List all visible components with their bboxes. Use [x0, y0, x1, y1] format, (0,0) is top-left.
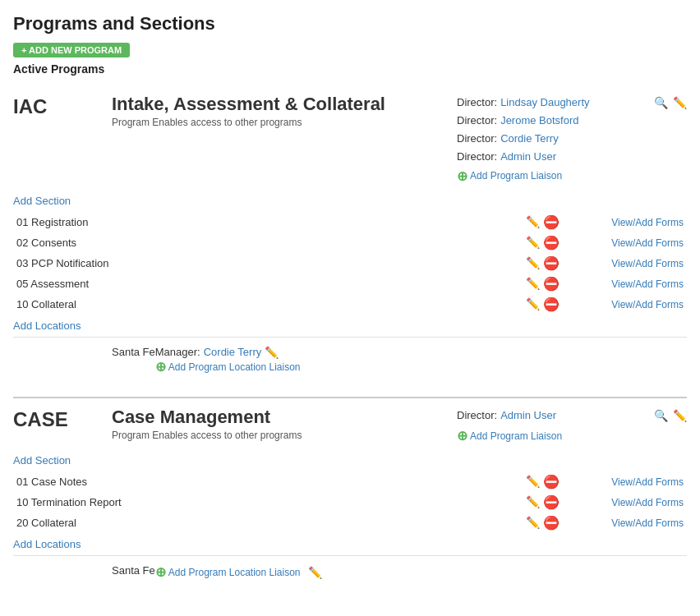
section-name: 10 Termination Report: [13, 492, 523, 513]
table-row: 10 Collateral ✏️ ⛔ View/Add Forms: [13, 294, 687, 315]
view-add-forms-link[interactable]: View/Add Forms: [572, 513, 687, 533]
view-add-forms-anchor[interactable]: View/Add Forms: [611, 237, 684, 249]
edit-section-icon[interactable]: ✏️: [526, 277, 540, 290]
green-plus-icon: ⊕: [457, 430, 467, 443]
director-line: Director: Cordie Terry: [457, 130, 649, 148]
program-directors: Director: Lindsay Daugherty Director: Je…: [457, 94, 687, 185]
director-link[interactable]: Admin User: [500, 407, 556, 425]
section-icons: ✏️ ⛔: [523, 274, 572, 294]
remove-section-icon[interactable]: ⛔: [543, 515, 560, 531]
remove-section-icon[interactable]: ⛔: [543, 474, 560, 490]
program-name: Intake, Assessment & Collateral: [112, 94, 449, 115]
section-icons: ✏️ ⛔: [523, 513, 572, 533]
add-locations-link[interactable]: Add Locations: [13, 538, 81, 550]
remove-section-icon[interactable]: ⛔: [543, 297, 560, 312]
remove-section-icon[interactable]: ⛔: [543, 494, 560, 510]
add-locations-link[interactable]: Add Locations: [13, 319, 81, 332]
remove-section-icon[interactable]: ⛔: [543, 276, 560, 292]
view-add-forms-anchor[interactable]: View/Add Forms: [611, 497, 684, 508]
view-add-forms-link[interactable]: View/Add Forms: [572, 212, 687, 232]
manager-link[interactable]: Cordie Terry: [204, 346, 262, 358]
location-manager-block: ⊕ Add Program Location Liaison ✏️: [155, 564, 687, 579]
search-icon[interactable]: 🔍: [654, 94, 668, 113]
remove-section-icon[interactable]: ⛔: [543, 214, 560, 230]
director-link[interactable]: Lindsay Daugherty: [500, 94, 589, 112]
section-icons: ✏️ ⛔: [523, 294, 572, 315]
view-add-forms-anchor[interactable]: View/Add Forms: [611, 258, 684, 269]
view-add-forms-link[interactable]: View/Add Forms: [572, 492, 687, 513]
edit-section-icon[interactable]: ✏️: [526, 495, 540, 508]
director-line: Director: Admin User: [457, 407, 649, 425]
director-label: Director:: [457, 130, 497, 148]
add-location-liaison-link[interactable]: ⊕ Add Program Location Liaison: [155, 361, 687, 374]
program-name-block: Case Management Program Enables access t…: [112, 407, 449, 441]
director-line: Director: Lindsay Daugherty: [457, 94, 649, 112]
section-icons: ✏️ ⛔: [523, 471, 572, 492]
view-add-forms-anchor[interactable]: View/Add Forms: [611, 217, 684, 228]
edit-section-icon[interactable]: ✏️: [526, 236, 540, 249]
director-label: Director:: [457, 112, 497, 130]
view-add-forms-anchor[interactable]: View/Add Forms: [611, 278, 684, 290]
add-location-liaison-label: Add Program Location Liaison: [168, 361, 301, 373]
green-plus-icon: ⊕: [457, 170, 467, 183]
director-link[interactable]: Admin User: [500, 148, 556, 166]
section-icons: ✏️ ⛔: [523, 253, 572, 274]
edit-section-icon[interactable]: ✏️: [526, 516, 540, 529]
section-name: 02 Consents: [13, 232, 523, 253]
section-icons: ✏️ ⛔: [523, 212, 572, 232]
add-section-link-top[interactable]: Add Section: [13, 454, 71, 467]
program-code: CASE: [13, 407, 95, 431]
view-add-forms-link[interactable]: View/Add Forms: [572, 253, 687, 274]
manager-pencil-icon[interactable]: ✏️: [265, 346, 279, 359]
section-icons: ✏️ ⛔: [523, 492, 572, 513]
pencil-icon[interactable]: ✏️: [673, 94, 687, 113]
search-icon[interactable]: 🔍: [654, 407, 668, 426]
view-add-forms-link[interactable]: View/Add Forms: [572, 232, 687, 253]
add-new-program-button[interactable]: + ADD NEW PROGRAM: [13, 43, 130, 57]
remove-section-icon[interactable]: ⛔: [543, 255, 560, 271]
director-line: Director: Admin User: [457, 148, 649, 166]
edit-section-icon[interactable]: ✏️: [526, 215, 540, 228]
section-name: 05 Assessment: [13, 274, 523, 294]
location-name: Santa Fe: [13, 564, 155, 577]
add-location-liaison-link[interactable]: ⊕ Add Program Location Liaison ✏️: [155, 566, 687, 579]
program-name: Case Management: [112, 407, 449, 428]
director-label: Director:: [457, 407, 497, 425]
add-program-liaison-link[interactable]: ⊕ Add Program Liaison: [457, 168, 687, 184]
section-name: 10 Collateral: [13, 294, 523, 315]
edit-section-icon[interactable]: ✏️: [526, 297, 540, 310]
table-row: 03 PCP Notification ✏️ ⛔ View/Add Forms: [13, 253, 687, 274]
add-liaison-label: Add Program Liaison: [470, 168, 562, 184]
view-add-forms-anchor[interactable]: View/Add Forms: [611, 299, 684, 310]
manager-label: Manager:: [155, 346, 200, 358]
director-link[interactable]: Cordie Terry: [500, 130, 559, 148]
location-row: Santa Fe ⊕ Add Program Location Liaison …: [13, 555, 687, 586]
section-icons: ✏️ ⛔: [523, 232, 572, 253]
section-name: 20 Collateral: [13, 513, 523, 533]
edit-section-icon[interactable]: ✏️: [526, 475, 540, 488]
edit-section-icon[interactable]: ✏️: [526, 256, 540, 269]
view-add-forms-anchor[interactable]: View/Add Forms: [611, 517, 684, 529]
table-row: 01 Registration ✏️ ⛔ View/Add Forms: [13, 212, 687, 232]
sections-table: 01 Case Notes ✏️ ⛔ View/Add Forms 10 Ter…: [13, 471, 687, 533]
program-block-iac: IAC Intake, Assessment & Collateral Prog…: [13, 85, 687, 380]
pencil-icon[interactable]: ✏️: [673, 407, 687, 426]
view-add-forms-link[interactable]: View/Add Forms: [572, 294, 687, 315]
add-program-liaison-link[interactable]: ⊕ Add Program Liaison: [457, 428, 687, 444]
remove-section-icon[interactable]: ⛔: [543, 235, 560, 251]
view-add-forms-anchor[interactable]: View/Add Forms: [611, 476, 684, 488]
program-description: Program Enables access to other programs: [112, 430, 449, 441]
section-name: 03 PCP Notification: [13, 253, 523, 274]
view-add-forms-link[interactable]: View/Add Forms: [572, 471, 687, 492]
director-label: Director:: [457, 94, 497, 112]
location-manager-block: Manager: Cordie Terry ✏️ ⊕ Add Program L…: [155, 346, 687, 374]
table-row: 20 Collateral ✏️ ⛔ View/Add Forms: [13, 513, 687, 533]
add-section-link-top[interactable]: Add Section: [13, 195, 71, 207]
program-block-case: CASE Case Management Program Enables acc…: [13, 398, 687, 586]
table-row: 05 Assessment ✏️ ⛔ View/Add Forms: [13, 274, 687, 294]
section-name: 01 Case Notes: [13, 471, 523, 492]
location-pencil-icon[interactable]: ✏️: [308, 566, 322, 579]
program-directors: Director: Admin User 🔍✏️ ⊕ Add Program L…: [457, 407, 687, 444]
view-add-forms-link[interactable]: View/Add Forms: [572, 274, 687, 294]
director-link[interactable]: Jerome Botsford: [500, 112, 578, 130]
